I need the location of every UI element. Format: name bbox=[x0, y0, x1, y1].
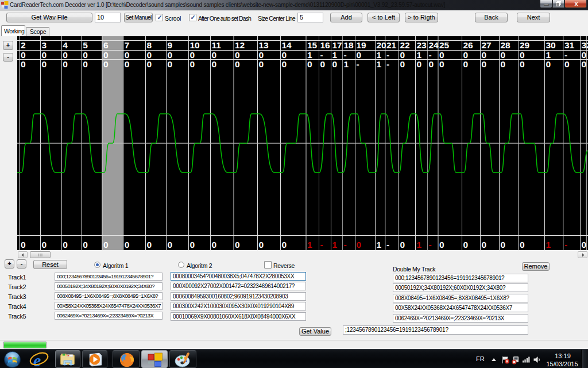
svg-text:0: 0 bbox=[429, 59, 434, 69]
svg-text:0: 0 bbox=[282, 59, 287, 69]
svg-text:0: 0 bbox=[482, 240, 487, 250]
svg-text:0: 0 bbox=[400, 50, 405, 60]
svg-text:0: 0 bbox=[125, 240, 130, 250]
svg-text:0: 0 bbox=[564, 59, 570, 69]
svg-text:20: 20 bbox=[377, 40, 386, 50]
svg-text:0: 0 bbox=[83, 59, 88, 69]
svg-text:1: 1 bbox=[377, 50, 382, 60]
svg-text:5: 5 bbox=[83, 40, 88, 50]
svg-text:31: 31 bbox=[564, 40, 575, 50]
svg-text:0: 0 bbox=[582, 240, 587, 250]
svg-text:-: - bbox=[386, 240, 389, 250]
svg-text:30: 30 bbox=[546, 40, 556, 50]
svg-text:0: 0 bbox=[307, 59, 312, 69]
svg-text:19: 19 bbox=[357, 40, 367, 50]
svg-text:21: 21 bbox=[386, 40, 397, 50]
svg-text:1: 1 bbox=[344, 59, 349, 69]
svg-text:0: 0 bbox=[282, 50, 287, 60]
svg-text:0: 0 bbox=[582, 59, 587, 69]
svg-text:0: 0 bbox=[125, 50, 130, 60]
svg-text:0: 0 bbox=[439, 59, 444, 69]
svg-text:0: 0 bbox=[482, 59, 487, 69]
svg-text:8: 8 bbox=[147, 40, 152, 50]
svg-text:0: 0 bbox=[235, 59, 240, 69]
svg-text:0: 0 bbox=[439, 50, 444, 60]
svg-text:0: 0 bbox=[282, 240, 287, 250]
svg-text:-: - bbox=[386, 59, 389, 69]
svg-text:0: 0 bbox=[42, 50, 47, 60]
svg-text:3: 3 bbox=[42, 40, 47, 50]
svg-text:-: - bbox=[386, 50, 389, 60]
svg-text:0: 0 bbox=[212, 59, 217, 69]
svg-text:0: 0 bbox=[190, 240, 195, 250]
svg-text:17: 17 bbox=[332, 40, 342, 50]
svg-text:0: 0 bbox=[259, 50, 264, 60]
svg-text:0: 0 bbox=[482, 50, 487, 60]
svg-text:0: 0 bbox=[439, 240, 444, 250]
svg-text:-: - bbox=[344, 240, 347, 250]
svg-text:0: 0 bbox=[357, 240, 362, 250]
svg-text:0: 0 bbox=[147, 240, 152, 250]
svg-text:0: 0 bbox=[103, 59, 109, 69]
svg-text:0: 0 bbox=[520, 59, 525, 69]
svg-text:24: 24 bbox=[429, 40, 439, 50]
svg-text:0: 0 bbox=[63, 50, 68, 60]
svg-text:0: 0 bbox=[103, 240, 109, 250]
svg-text:0: 0 bbox=[21, 240, 26, 250]
svg-text:0: 0 bbox=[501, 59, 506, 69]
svg-text:-: - bbox=[429, 240, 432, 250]
svg-text:0: 0 bbox=[190, 59, 195, 69]
svg-text:1: 1 bbox=[546, 50, 551, 60]
svg-text:0: 0 bbox=[63, 59, 68, 69]
svg-text:0: 0 bbox=[417, 59, 422, 69]
svg-text:0: 0 bbox=[463, 50, 469, 60]
svg-text:1: 1 bbox=[417, 50, 422, 60]
svg-text:1: 1 bbox=[377, 59, 382, 69]
svg-text:0: 0 bbox=[190, 50, 195, 60]
svg-text:22: 22 bbox=[400, 40, 410, 50]
svg-text:0: 0 bbox=[42, 59, 47, 69]
svg-text:0: 0 bbox=[168, 50, 173, 60]
svg-text:0: 0 bbox=[259, 59, 264, 69]
svg-text:28: 28 bbox=[501, 40, 511, 50]
svg-text:1: 1 bbox=[307, 50, 312, 60]
svg-text:0: 0 bbox=[320, 59, 326, 69]
svg-text:26: 26 bbox=[463, 40, 474, 50]
svg-text:2: 2 bbox=[21, 40, 26, 50]
svg-text:14: 14 bbox=[282, 40, 292, 50]
svg-text:0: 0 bbox=[42, 240, 47, 250]
svg-text:0: 0 bbox=[463, 240, 469, 250]
svg-text:0: 0 bbox=[21, 50, 26, 60]
svg-text:-: - bbox=[320, 50, 323, 60]
svg-text:0: 0 bbox=[235, 240, 240, 250]
svg-text:7: 7 bbox=[125, 40, 130, 50]
svg-text:1: 1 bbox=[377, 240, 382, 250]
svg-text:-: - bbox=[564, 240, 567, 250]
svg-text:1: 1 bbox=[332, 50, 338, 60]
svg-text:10: 10 bbox=[190, 40, 200, 50]
svg-text:0: 0 bbox=[582, 50, 587, 60]
svg-text:1: 1 bbox=[307, 240, 312, 250]
svg-text:-: - bbox=[564, 50, 567, 60]
svg-text:0: 0 bbox=[103, 50, 109, 60]
svg-text:25: 25 bbox=[439, 40, 450, 50]
svg-text:0: 0 bbox=[501, 50, 506, 60]
svg-text:11: 11 bbox=[212, 40, 222, 50]
svg-text:0: 0 bbox=[546, 59, 551, 69]
svg-text:0: 0 bbox=[520, 50, 525, 60]
svg-text:0: 0 bbox=[520, 240, 525, 250]
svg-text:27: 27 bbox=[482, 40, 492, 50]
svg-text:18: 18 bbox=[344, 40, 354, 50]
svg-text:0: 0 bbox=[235, 50, 240, 60]
svg-text:4: 4 bbox=[63, 40, 68, 50]
svg-text:0: 0 bbox=[125, 59, 130, 69]
svg-text:0: 0 bbox=[332, 59, 338, 69]
svg-text:0: 0 bbox=[212, 50, 217, 60]
svg-text:9: 9 bbox=[168, 40, 173, 50]
svg-text:0: 0 bbox=[147, 50, 152, 60]
svg-text:23: 23 bbox=[417, 40, 427, 50]
svg-text:0: 0 bbox=[63, 240, 68, 250]
svg-text:0: 0 bbox=[168, 59, 173, 69]
svg-text:1: 1 bbox=[332, 240, 338, 250]
svg-text:-: - bbox=[344, 50, 347, 60]
